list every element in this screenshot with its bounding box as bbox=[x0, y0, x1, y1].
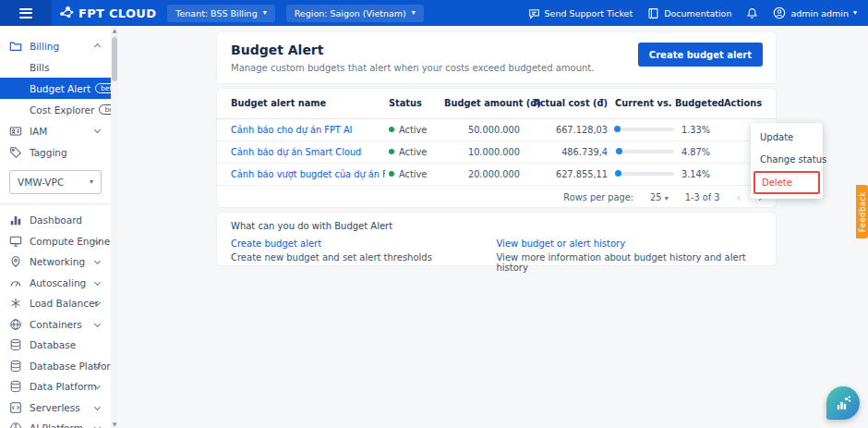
status-dot-icon bbox=[389, 127, 394, 132]
menu-item-delete[interactable]: Delete bbox=[755, 173, 818, 192]
database-icon bbox=[9, 360, 22, 373]
create-budget-alert-desc: Create new budget and set alert threshol… bbox=[231, 252, 497, 263]
col-current-vs-budgeted: Current vs. Budgeted bbox=[611, 89, 717, 118]
sidebar-item-containers[interactable]: Containers bbox=[0, 314, 111, 336]
book-icon bbox=[647, 7, 659, 19]
sidebar-scrollbar[interactable]: ▲ ▼ bbox=[111, 26, 118, 428]
vpc-selector[interactable]: VMW-VPC ▾ bbox=[9, 170, 102, 194]
chevron-down-icon: ▾ bbox=[665, 194, 669, 202]
user-menu[interactable]: admin admin ▾ bbox=[773, 6, 857, 19]
menu-item-change-status[interactable]: Change status bbox=[751, 148, 823, 170]
bar-chart-icon bbox=[9, 214, 22, 226]
table-row: Cảnh báo cho dự án FPT AI Active 50.000.… bbox=[217, 118, 776, 141]
scrollbar-thumb[interactable] bbox=[112, 37, 117, 81]
brand-name: FPT CLOUD bbox=[78, 6, 156, 20]
sidebar-item-load-balancer[interactable]: Load Balancer bbox=[0, 293, 111, 314]
hamburger-icon bbox=[19, 6, 32, 20]
budget-alert-link[interactable]: Cảnh báo vượt bugdet của dự án FCI bbox=[231, 169, 385, 179]
fpt-molecule-icon bbox=[59, 6, 74, 20]
previous-page-button[interactable]: ‹ bbox=[737, 191, 741, 203]
col-budget-alert-name: Budget alert name bbox=[217, 89, 385, 118]
col-actions: Actions bbox=[717, 89, 776, 118]
sidebar-item-budget-alert[interactable]: Budget Alert beta bbox=[0, 78, 111, 99]
pagination-bar: Rows per page: 25 ▾ 1-3 of 3 ‹ › bbox=[217, 186, 776, 210]
sidebar-divider bbox=[0, 203, 111, 204]
page-header-card: Budget Alert Manage custom budgets that … bbox=[217, 32, 776, 83]
actual-cost-value: 486.739,4 bbox=[524, 141, 611, 163]
budget-progress-bar bbox=[615, 172, 674, 176]
create-budget-alert-button[interactable]: Create budget alert bbox=[638, 43, 763, 67]
sidebar-item-compute-engine[interactable]: Compute Engine bbox=[0, 231, 111, 252]
row-actions-context-menu: Update Change status Delete bbox=[751, 123, 823, 199]
sidebar-item-serverless[interactable]: Serverless bbox=[0, 397, 111, 419]
region-label: Region: Saigon (Vietnam) bbox=[295, 8, 406, 18]
sidebar-item-ai-platform[interactable]: AI Platform bbox=[0, 418, 111, 428]
documentation-link[interactable]: Documentation bbox=[647, 7, 731, 19]
tenant-selector[interactable]: Tenant: BSS Billing ▾ bbox=[167, 5, 274, 22]
main-content: Budget Alert Manage custom budgets that … bbox=[118, 26, 868, 428]
feedback-tab[interactable]: Feedback bbox=[856, 185, 868, 238]
region-selector[interactable]: Region: Saigon (Vietnam) ▾ bbox=[286, 5, 424, 22]
chevron-down-icon bbox=[94, 320, 101, 326]
sidebar-item-database-platform[interactable]: Database Platform bbox=[0, 356, 111, 377]
col-budget-amount: Budget amount (đ) bbox=[440, 89, 524, 118]
view-budget-history-desc: View more information about budget histo… bbox=[497, 252, 763, 273]
create-budget-alert-link[interactable]: Create budget alert bbox=[231, 238, 497, 249]
tenant-label: Tenant: BSS Billing bbox=[175, 8, 257, 18]
status-badge: Active bbox=[399, 125, 427, 135]
sidebar-item-billing[interactable]: Billing bbox=[0, 35, 111, 56]
chevron-down-icon: ▾ bbox=[412, 9, 416, 17]
menu-item-update[interactable]: Update bbox=[751, 126, 823, 148]
chevron-down-icon: ▾ bbox=[90, 178, 93, 186]
user-avatar-icon bbox=[773, 6, 786, 19]
status-badge: Active bbox=[399, 147, 427, 157]
scroll-up-arrow-icon[interactable]: ▲ bbox=[111, 27, 118, 33]
notifications-button[interactable] bbox=[746, 7, 758, 19]
status-badge: Active bbox=[399, 169, 427, 179]
sidebar-item-tagging[interactable]: Tagging bbox=[0, 141, 111, 163]
globe-icon bbox=[9, 318, 22, 331]
monitor-icon bbox=[9, 235, 22, 248]
table-header-row: Budget alert name Status Budget amount (… bbox=[217, 89, 776, 118]
sidebar-item-dashboard[interactable]: Dashboard bbox=[0, 210, 111, 231]
id-card-icon bbox=[9, 125, 22, 138]
user-name: admin admin bbox=[790, 8, 849, 18]
gauge-icon bbox=[9, 276, 22, 289]
percent-label: 4.87% bbox=[681, 147, 710, 157]
vpc-selected-value: VMW-VPC bbox=[18, 177, 64, 188]
pagination-range: 1-3 of 3 bbox=[685, 192, 720, 202]
sidebar-item-cost-explorer[interactable]: Cost Explorer beta bbox=[0, 99, 111, 120]
budget-amount-value: 50.000.000 bbox=[440, 118, 524, 141]
budget-alert-link[interactable]: Cảnh báo cho dự án FPT AI bbox=[231, 125, 353, 135]
ai-assistant-button[interactable] bbox=[826, 386, 860, 420]
bell-icon bbox=[746, 7, 758, 19]
sidebar-item-networking[interactable]: Networking bbox=[0, 251, 111, 273]
sidebar-item-autoscaling[interactable]: Autoscaling bbox=[0, 273, 111, 294]
rows-per-page-label: Rows per page: bbox=[563, 192, 633, 202]
table-row: Cảnh báo dự án Smart Cloud Active 10.000… bbox=[217, 141, 776, 163]
menu-toggle-button[interactable] bbox=[0, 0, 52, 26]
sidebar-item-bills[interactable]: Bills bbox=[0, 56, 111, 78]
delete-highlight-box: Delete bbox=[753, 171, 820, 194]
budget-amount-value: 20.000.000 bbox=[440, 163, 524, 185]
ai-assistant-icon bbox=[833, 393, 853, 413]
actual-cost-value: 627.855,11 bbox=[524, 163, 611, 185]
budget-amount-value: 10.000.000 bbox=[440, 141, 524, 163]
view-budget-history-link[interactable]: View budget or alert history bbox=[497, 238, 763, 249]
sidebar-item-database[interactable]: Database bbox=[0, 335, 111, 356]
budget-alert-link[interactable]: Cảnh báo dự án Smart Cloud bbox=[231, 147, 361, 157]
ai-network-icon bbox=[9, 422, 22, 428]
sidebar-item-iam[interactable]: IAM bbox=[0, 120, 111, 141]
brand-logo: FPT CLOUD bbox=[59, 6, 156, 20]
chevron-down-icon bbox=[94, 258, 101, 264]
rows-per-page-select[interactable]: 25 ▾ bbox=[650, 192, 669, 202]
budget-alert-table-card: Budget alert name Status Budget amount (… bbox=[217, 89, 776, 207]
send-support-ticket-link[interactable]: Send Support Ticket bbox=[528, 7, 633, 19]
col-status: Status bbox=[385, 89, 440, 118]
help-card: What can you do with Budget Alert Create… bbox=[217, 213, 776, 265]
scroll-down-arrow-icon[interactable]: ▼ bbox=[111, 421, 118, 427]
chevron-down-icon bbox=[94, 403, 101, 410]
actual-cost-value: 667.128,03 bbox=[524, 118, 611, 141]
chevron-up-icon bbox=[94, 43, 101, 50]
sidebar-item-data-platform[interactable]: Data Platform bbox=[0, 376, 111, 397]
